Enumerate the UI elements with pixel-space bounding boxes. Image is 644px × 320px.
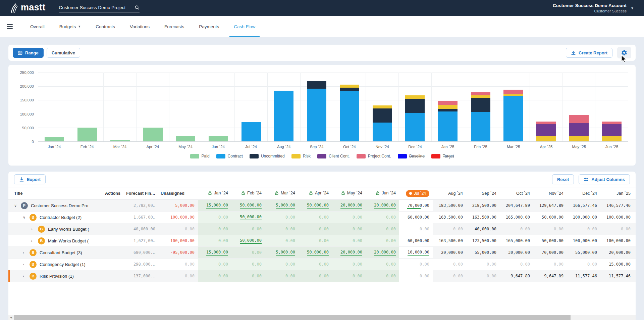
bar-segment-uncommitted[interactable]: [307, 81, 326, 89]
stacked-bar[interactable]: [307, 81, 326, 141]
cell-aug-24[interactable]: 20,000.00: [433, 250, 466, 255]
cell-may-24[interactable]: 20,000.00: [332, 200, 366, 211]
cell-apr-24[interactable]: 0.00: [299, 270, 332, 282]
bar-segment-paid[interactable]: [45, 137, 64, 141]
cell-jan-25[interactable]: 100,000.00: [600, 238, 634, 243]
bar-segment-risk[interactable]: [438, 105, 458, 109]
bar-segment-uncommitted[interactable]: [471, 98, 490, 112]
table-row[interactable]: ›BConsultant Budget (3)680,000.…-95,000.…: [8, 247, 636, 259]
cell-jan-24[interactable]: 0.00: [198, 235, 231, 246]
bar-segment-paid[interactable]: [209, 136, 228, 141]
bar-segment-paid[interactable]: [110, 140, 130, 141]
bar-segment-risk[interactable]: [536, 136, 556, 141]
cell-may-24[interactable]: 0.00: [332, 270, 366, 282]
settings-button[interactable]: [617, 47, 631, 58]
bar-segment-uncommitted[interactable]: [340, 88, 359, 91]
chevron-down-icon[interactable]: ∨: [14, 203, 18, 208]
table-row[interactable]: ›BEarly Works Budget (40,000.000.000.000…: [8, 223, 636, 235]
bar-segment-project-cont-[interactable]: [438, 101, 458, 105]
column-header-month[interactable]: Jan `24: [198, 191, 231, 196]
mastt-logo[interactable]: mastt: [10, 3, 46, 13]
cell-mar-24[interactable]: 0.00: [265, 259, 299, 270]
cell-jun-24[interactable]: 20,000.00: [366, 200, 399, 211]
cell-sep-24[interactable]: 0.00: [466, 262, 500, 267]
bar-segment-contract[interactable]: [307, 89, 326, 141]
search-icon[interactable]: [135, 5, 140, 10]
cell-jul-24[interactable]: 10,000.00: [399, 247, 433, 258]
cell-jun-24[interactable]: 0.00: [366, 270, 399, 282]
cell-aug-24[interactable]: 163,500.00: [433, 215, 466, 220]
cell-apr-24[interactable]: 0.00: [299, 212, 332, 223]
column-header-month[interactable]: Aug `24: [433, 191, 466, 196]
cell-jul-24[interactable]: 70,000.00: [399, 200, 433, 211]
cell-aug-24[interactable]: 0.00: [433, 262, 466, 267]
legend-item-project-cont-[interactable]: Project Cont.: [357, 154, 391, 158]
cell-aug-24[interactable]: 0.00: [433, 227, 466, 231]
cell-apr-24[interactable]: 50,000.00: [299, 247, 332, 258]
stacked-bar[interactable]: [471, 92, 490, 141]
cell-jan-25[interactable]: 15,000.00: [600, 262, 634, 267]
scrollbar-thumb[interactable]: [14, 315, 571, 320]
cell-nov-24[interactable]: 70,000.00: [533, 250, 567, 255]
row-title-label[interactable]: Contingency Budget (1): [40, 262, 86, 267]
cell-jul-24[interactable]: 0.00: [399, 270, 433, 282]
bar-segment-project-cont-[interactable]: [503, 90, 523, 94]
export-button[interactable]: Export: [14, 174, 46, 184]
stacked-bar[interactable]: [569, 115, 589, 141]
bar-segment-contract[interactable]: [373, 123, 392, 141]
bar-segment-project-cont-[interactable]: [569, 115, 589, 124]
bar-segment-paid[interactable]: [143, 128, 163, 141]
row-title-label[interactable]: Risk Provision (1): [40, 274, 74, 279]
bar-segment-client-cont-[interactable]: [536, 124, 556, 136]
bar-segment-risk[interactable]: [569, 136, 589, 141]
bar-segment-uncommitted[interactable]: [438, 109, 458, 111]
chevron-down-icon[interactable]: ∨: [23, 215, 26, 220]
column-header-month[interactable]: Nov `24: [533, 191, 567, 196]
reset-button[interactable]: Reset: [552, 174, 574, 184]
cell-mar-24[interactable]: 5,000.00: [265, 200, 299, 211]
cell-jul-24[interactable]: 60,000.00: [399, 212, 433, 223]
cell-jan-24[interactable]: 0.00: [198, 259, 231, 270]
stacked-bar[interactable]: [143, 128, 163, 141]
cell-nov-24[interactable]: 50,000.00: [533, 215, 567, 220]
table-row[interactable]: ›BContingency Budget (1)298,000.…0.000.0…: [8, 259, 636, 270]
cell-nov-24[interactable]: 129,647.89: [533, 203, 567, 208]
cell-sep-24[interactable]: 55,000.00: [466, 250, 500, 255]
stacked-bar[interactable]: [241, 122, 261, 141]
horizontal-scrollbar[interactable]: ◀: [8, 315, 636, 320]
cell-dec-24[interactable]: 100,000.00: [567, 215, 600, 220]
cell-jun-24[interactable]: 0.00: [366, 235, 399, 246]
bar-segment-contract[interactable]: [241, 122, 261, 141]
row-title-label[interactable]: Main Works Budget (: [48, 238, 89, 243]
bar-segment-risk[interactable]: [602, 136, 622, 141]
cell-jul-24[interactable]: 0.00: [399, 259, 433, 270]
cell-jan-25[interactable]: 0.00: [600, 227, 634, 231]
legend-item-uncommitted[interactable]: Uncommitted: [250, 154, 285, 158]
stacked-bar[interactable]: [503, 90, 523, 141]
bar-segment-client-cont-[interactable]: [569, 123, 589, 136]
cell-oct-24[interactable]: 0.00: [500, 227, 533, 231]
cell-jun-24[interactable]: 20,000.00: [366, 247, 399, 258]
cell-feb-24[interactable]: 50,000.00: [231, 212, 265, 223]
stacked-bar[interactable]: [602, 122, 622, 141]
column-header-title[interactable]: Title: [8, 191, 102, 196]
create-report-button[interactable]: Create Report: [566, 48, 612, 58]
adjust-columns-button[interactable]: Adjust Columns: [579, 174, 630, 184]
cell-dec-24[interactable]: 0.00: [567, 227, 600, 231]
row-title-label[interactable]: Consultant Budget (3): [40, 250, 82, 255]
cell-may-24[interactable]: 0.00: [332, 212, 366, 223]
table-row[interactable]: ›BRisk Provision (1)137,000.…0.000.000.0…: [8, 270, 636, 282]
tab-payments[interactable]: Payments: [192, 16, 226, 37]
table-row[interactable]: ∨PCustomer Success Demo Pro2,782,00…5,00…: [8, 200, 636, 212]
stacked-bar[interactable]: [209, 136, 228, 141]
stacked-bar[interactable]: [405, 95, 425, 141]
chevron-right-icon[interactable]: ›: [23, 274, 26, 278]
bar-segment-contract[interactable]: [503, 96, 523, 141]
cell-jan-24[interactable]: 15,000.00: [198, 200, 231, 211]
chevron-right-icon[interactable]: ›: [23, 250, 26, 255]
cell-jun-24[interactable]: 0.00: [366, 259, 399, 270]
cell-sep-24[interactable]: 163,500.00: [466, 215, 500, 220]
cell-apr-24[interactable]: 50,000.00: [299, 200, 332, 211]
cell-apr-24[interactable]: 0.00: [299, 235, 332, 246]
tab-cash-flow[interactable]: Cash Flow: [226, 16, 263, 37]
